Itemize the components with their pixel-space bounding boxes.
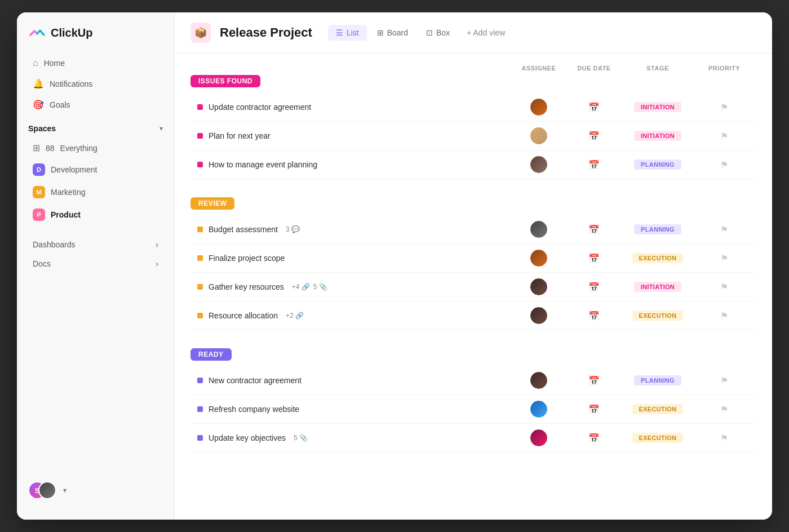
sidebar-item-home[interactable]: ⌂ Home [21, 53, 170, 73]
stage-cell: INITIATION [621, 282, 694, 292]
task-name-cell: Budget assessment 3 💬 [197, 225, 506, 234]
due-date-cell[interactable]: 📅 [571, 131, 617, 141]
task-row[interactable]: Plan for next year 📅 INITIATION ⚑ [190, 122, 756, 150]
docs-label: Docs [33, 259, 51, 268]
task-dot [197, 227, 203, 232]
assignee-avatar [530, 99, 547, 116]
due-date-cell[interactable]: 📅 [571, 375, 617, 386]
col-task [215, 65, 506, 72]
priority-cell[interactable]: ⚑ [699, 375, 750, 386]
priority-cell[interactable]: ⚑ [699, 282, 750, 292]
col-assignee: ASSIGNEE [511, 65, 567, 72]
tab-box[interactable]: ⊡ Box [418, 25, 458, 41]
due-date-cell[interactable]: 📅 [571, 433, 617, 444]
task-name: Refresh company website [209, 405, 299, 414]
spaces-chevron-icon[interactable]: ▾ [159, 125, 163, 132]
box-tab-label: Box [436, 28, 450, 37]
priority-cell[interactable]: ⚑ [699, 131, 750, 141]
user-menu-chevron-icon[interactable]: ▾ [63, 486, 67, 494]
sidebar-item-dashboards[interactable]: Dashboards › [21, 235, 170, 254]
due-date-cell[interactable]: 📅 [571, 253, 617, 264]
priority-cell[interactable]: ⚑ [699, 433, 750, 444]
col-priority: PRIORITY [699, 65, 750, 72]
priority-cell[interactable]: ⚑ [699, 253, 750, 264]
priority-cell[interactable]: ⚑ [699, 311, 750, 321]
task-row[interactable]: How to manage event planning 📅 PLANNING … [190, 150, 756, 179]
task-row[interactable]: Finalize project scope 📅 EXECUTION ⚑ [190, 244, 756, 273]
project-icon-emoji: 📦 [194, 26, 207, 39]
product-label: Product [51, 210, 81, 219]
priority-cell[interactable]: ⚑ [699, 404, 750, 415]
assignee-avatar [530, 278, 547, 295]
task-name: Update contractor agreement [209, 103, 311, 112]
due-date-cell[interactable]: 📅 [571, 282, 617, 292]
sidebar-item-docs[interactable]: Docs › [21, 254, 170, 273]
everything-icon: ⊞ [33, 143, 40, 153]
avatar-img [530, 401, 547, 418]
notifications-icon: 🔔 [33, 78, 44, 89]
clickup-logo-icon [28, 24, 46, 42]
due-date-cell[interactable]: 📅 [571, 159, 617, 170]
task-dot [197, 284, 203, 290]
marketing-badge: M [33, 186, 45, 198]
meta-attach: 5 📎 [313, 283, 327, 291]
meta-attach: 5 📎 [294, 434, 308, 442]
task-dot [197, 435, 203, 441]
tab-board[interactable]: ⊞ Board [369, 25, 416, 41]
task-row[interactable]: Budget assessment 3 💬 📅 PLANNING [190, 215, 756, 244]
avatar-img [530, 127, 547, 144]
user-avatar-2 [38, 481, 56, 499]
stage-tag: PLANNING [634, 375, 681, 385]
task-row[interactable]: Update contractor agreement 📅 INITIATION… [190, 93, 756, 122]
due-date-cell[interactable]: 📅 [571, 311, 617, 321]
assignee-avatar [530, 307, 547, 324]
meta-count: +4 🔗 [292, 283, 310, 291]
app-name: ClickUp [51, 26, 92, 39]
sidebar-item-marketing[interactable]: M Marketing [21, 181, 170, 203]
user-area[interactable]: S ▾ [17, 472, 174, 508]
add-view-button[interactable]: + Add view [460, 25, 512, 41]
assignee-cell [511, 278, 567, 295]
tab-list[interactable]: ☰ List [328, 25, 367, 41]
sidebar-item-goals[interactable]: 🎯 Goals [21, 94, 170, 115]
avatar-img [530, 99, 547, 116]
stage-cell: PLANNING [621, 224, 694, 234]
view-tabs: ☰ List ⊞ Board ⊡ Box + Add view [328, 25, 512, 41]
assignee-avatar [530, 221, 547, 238]
sidebar-item-everything[interactable]: ⊞ 88 Everything [21, 138, 170, 158]
task-dot [197, 378, 203, 383]
priority-cell[interactable]: ⚑ [699, 224, 750, 235]
assignee-cell [511, 99, 567, 116]
avatar-img [530, 250, 547, 267]
task-row[interactable]: Resource allocation +2 🔗 📅 EXECUTION [190, 302, 756, 330]
task-row[interactable]: Gather key resources +4 🔗 5 📎 📅 INIT [190, 273, 756, 302]
sidebar-item-development[interactable]: D Development [21, 158, 170, 181]
list-area: ASSIGNEE DUE DATE STAGE PRIORITY ISSUES … [175, 54, 772, 520]
task-name: Finalize project scope [209, 254, 285, 263]
task-name-cell: Plan for next year [197, 131, 506, 140]
task-row[interactable]: Refresh company website 📅 EXECUTION ⚑ [190, 395, 756, 424]
assignee-avatar [530, 429, 547, 446]
section-review: REVIEW Budget assessment 3 💬 � [190, 197, 756, 330]
col-stage: STAGE [621, 65, 694, 72]
stage-tag: INITIATION [634, 282, 681, 292]
task-name-cell: How to manage event planning [197, 160, 506, 169]
due-date-cell[interactable]: 📅 [571, 224, 617, 235]
task-meta: +2 🔗 [286, 312, 304, 320]
assignee-avatar [530, 401, 547, 418]
due-date-cell[interactable]: 📅 [571, 404, 617, 415]
priority-cell[interactable]: ⚑ [699, 159, 750, 170]
task-meta: 5 📎 [294, 434, 308, 442]
due-date-cell[interactable]: 📅 [571, 102, 617, 113]
sidebar-item-notifications[interactable]: 🔔 Notifications [21, 73, 170, 94]
avatar-img [530, 278, 547, 295]
task-row[interactable]: Update key objectives 5 📎 📅 EXECUTION [190, 424, 756, 453]
task-row[interactable]: New contractor agreement 📅 PLANNING ⚑ [190, 366, 756, 395]
priority-cell[interactable]: ⚑ [699, 102, 750, 113]
assignee-avatar [530, 127, 547, 144]
sidebar-item-product[interactable]: P Product [21, 203, 170, 226]
assignee-cell [511, 372, 567, 389]
section-ready: READY New contractor agreement 📅 PLANNIN… [190, 348, 756, 453]
stage-tag: INITIATION [634, 102, 681, 112]
column-headers: ASSIGNEE DUE DATE STAGE PRIORITY [190, 65, 756, 75]
